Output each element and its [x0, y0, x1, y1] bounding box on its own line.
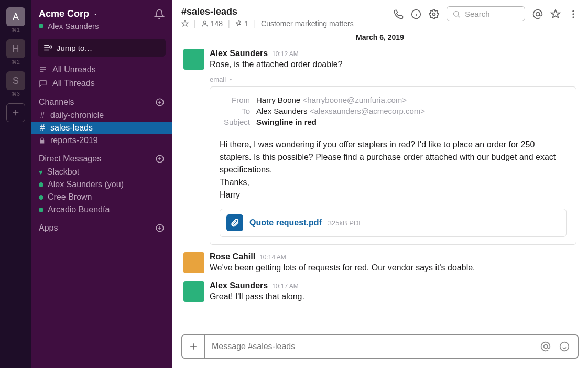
more-icon[interactable]: [568, 9, 579, 19]
avatar[interactable]: [183, 252, 204, 273]
message[interactable]: Alex Saunders 10:17 AM Great! I'll pass …: [183, 279, 576, 308]
email-expand-toggle[interactable]: email: [210, 75, 576, 83]
workspace-shortcut: ⌘3: [12, 91, 20, 97]
message-time: 10:12 AM: [272, 50, 299, 58]
channel-header: #sales-leads | 148 | 1 | Customer market…: [172, 0, 588, 31]
star-icon[interactable]: [550, 9, 561, 19]
avatar[interactable]: [183, 49, 204, 70]
date-separator: March 6, 2019: [172, 31, 588, 41]
jump-to-button[interactable]: Jump to…: [38, 39, 166, 57]
svg-point-13: [560, 342, 569, 351]
gear-icon[interactable]: [429, 9, 439, 19]
svg-point-12: [544, 345, 548, 349]
sidebar-dm[interactable]: ♥ Slackbot: [31, 166, 172, 178]
add-dm-button[interactable]: [155, 154, 165, 164]
email-card: From Harry Boone <harryboone@zumfuria.co…: [210, 86, 576, 245]
message-time: 10:17 AM: [272, 283, 299, 290]
channel-topic[interactable]: Customer marketing matters: [261, 19, 354, 28]
email-attachment[interactable]: Quote request.pdf 325kB PDF: [220, 209, 567, 237]
person-icon: [201, 20, 209, 27]
star-icon: [181, 20, 189, 27]
message-list[interactable]: Alex Saunders 10:12 AM Rose, is the atta…: [172, 41, 588, 329]
channels-section-header[interactable]: Channels: [31, 90, 172, 109]
smile-icon: [559, 341, 570, 352]
attachment-name: Quote request.pdf: [249, 218, 322, 228]
message[interactable]: Rose Cahill 10:14 AM We've been getting …: [183, 250, 576, 279]
phone-icon[interactable]: [393, 9, 404, 19]
apps-section-header[interactable]: Apps: [31, 216, 172, 235]
dm-section-header[interactable]: Direct Messages: [31, 147, 172, 166]
workspace-tile[interactable]: A: [6, 7, 25, 26]
message-author[interactable]: Alex Saunders: [210, 281, 268, 290]
presence-dot-icon: [39, 182, 43, 187]
composer-emoji-button[interactable]: [557, 341, 572, 352]
sidebar-channel[interactable]: reports-2019: [31, 134, 172, 147]
workspace-rail: A ⌘1 H ⌘2 S ⌘3: [0, 0, 31, 368]
email-subject: Swingline in red: [256, 117, 317, 126]
presence-dot-icon: [39, 24, 43, 28]
channel-name[interactable]: #sales-leads: [181, 6, 354, 17]
sidebar-dm[interactable]: Cree Brown: [31, 191, 172, 203]
svg-point-11: [572, 16, 574, 18]
sidebar-channel[interactable]: # sales-leads: [31, 122, 172, 134]
info-icon[interactable]: [411, 9, 421, 19]
workspace-item[interactable]: S ⌘3: [6, 71, 25, 97]
avatar[interactable]: [183, 281, 204, 302]
message-text: Rose, is the attached order doable?: [210, 58, 343, 70]
svg-point-7: [454, 11, 459, 16]
workspace-shortcut: ⌘1: [12, 27, 20, 33]
sidebar-channel[interactable]: # daily-chronicle: [31, 109, 172, 122]
unreads-icon: [39, 66, 47, 74]
team-switcher[interactable]: Acme Corp: [39, 8, 99, 19]
message[interactable]: Alex Saunders 10:12 AM Rose, is the atta…: [183, 47, 576, 75]
threads-icon: [39, 79, 47, 88]
hash-icon: #: [39, 123, 46, 133]
current-user: Alex Saunders: [31, 21, 172, 36]
plus-icon: [11, 108, 20, 117]
message-time: 10:14 AM: [259, 254, 286, 261]
channel-members-button[interactable]: 148: [201, 19, 223, 28]
workspace-item[interactable]: H ⌘2: [6, 39, 25, 65]
message-author[interactable]: Rose Cahill: [210, 252, 255, 262]
plus-icon: [188, 341, 199, 352]
all-threads-link[interactable]: All Threads: [31, 77, 172, 90]
caret-down-icon: [228, 77, 233, 82]
divider: [220, 133, 567, 133]
sidebar-dm[interactable]: Alex Saunders (you): [31, 178, 172, 191]
email-subject-label: Subject: [220, 117, 250, 126]
email-body: Hi there, I was wondering if you offer s…: [220, 138, 567, 201]
add-app-button[interactable]: [155, 223, 165, 233]
email-from-label: From: [220, 95, 250, 104]
sidebar-dm[interactable]: Arcadio Buendía: [31, 203, 172, 216]
at-icon: [540, 341, 551, 352]
channel-star-button[interactable]: [181, 20, 189, 27]
workspace-item[interactable]: A ⌘1: [6, 7, 25, 33]
presence-dot-icon: [39, 195, 43, 200]
composer-mention-button[interactable]: [538, 341, 553, 352]
email-to-label: To: [220, 106, 250, 115]
mentions-icon[interactable]: [532, 9, 543, 19]
search-icon: [452, 10, 461, 18]
search-input[interactable]: Search: [447, 6, 525, 21]
svg-point-4: [203, 21, 206, 24]
bell-icon[interactable]: [154, 9, 165, 19]
all-unreads-link[interactable]: All Unreads: [31, 63, 172, 77]
svg-point-9: [572, 10, 574, 12]
composer-input[interactable]: [205, 337, 538, 356]
team-name: Acme Corp: [39, 8, 89, 19]
add-workspace-button[interactable]: [6, 103, 25, 122]
message-text: We've been getting lots of requests for …: [210, 262, 475, 274]
message-composer[interactable]: [181, 334, 579, 359]
heart-icon: ♥: [39, 168, 43, 176]
workspace-tile[interactable]: H: [6, 39, 25, 58]
svg-point-10: [572, 13, 574, 15]
add-channel-button[interactable]: [155, 98, 165, 107]
composer-attach-button[interactable]: [182, 335, 205, 358]
svg-point-8: [536, 12, 540, 16]
jump-icon: [43, 43, 52, 52]
attachment-meta: 325kB PDF: [328, 219, 363, 227]
presence-dot-icon: [39, 208, 43, 212]
workspace-tile[interactable]: S: [6, 71, 25, 90]
message-author[interactable]: Alex Saunders: [210, 49, 268, 58]
channel-pins-button[interactable]: 1: [235, 19, 249, 28]
